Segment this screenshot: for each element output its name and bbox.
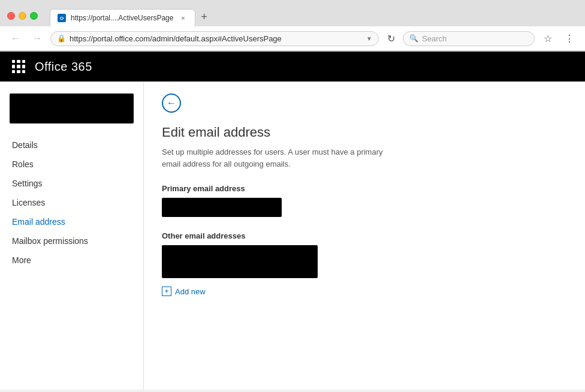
add-new-label: Add new bbox=[175, 287, 206, 296]
waffle-dot bbox=[22, 70, 25, 73]
main-content-area: Details Roles Settings Licenses Email ad… bbox=[0, 82, 585, 390]
back-button[interactable]: ← bbox=[162, 94, 181, 113]
primary-email-field bbox=[162, 198, 282, 217]
app-title: Office 365 bbox=[35, 60, 92, 74]
sidebar: Details Roles Settings Licenses Email ad… bbox=[0, 82, 144, 390]
add-new-link[interactable]: + Add new bbox=[162, 287, 206, 296]
waffle-dot bbox=[12, 65, 15, 68]
search-icon: 🔍 bbox=[409, 34, 418, 43]
bookmark-button[interactable]: ☆ bbox=[539, 30, 556, 47]
waffle-menu-button[interactable] bbox=[10, 58, 28, 76]
sidebar-item-roles[interactable]: Roles bbox=[0, 155, 143, 174]
section-title: Edit email address bbox=[162, 125, 567, 140]
active-tab[interactable]: O https://portal....ActiveUsersPage × bbox=[50, 9, 195, 26]
close-window-button[interactable] bbox=[7, 12, 15, 20]
waffle-dot bbox=[22, 60, 25, 63]
sidebar-item-details[interactable]: Details bbox=[0, 135, 143, 155]
app-wrapper: Office 365 Details Roles Settings Licens… bbox=[0, 52, 585, 390]
tab-bar: O https://portal....ActiveUsersPage × + bbox=[50, 8, 212, 26]
maximize-window-button[interactable] bbox=[30, 12, 38, 20]
url-bar[interactable]: 🔒 https://portal.office.com/admin/defaul… bbox=[50, 31, 379, 46]
waffle-dot bbox=[12, 60, 15, 63]
security-lock-icon: 🔒 bbox=[57, 34, 66, 43]
search-placeholder-text: Search bbox=[422, 34, 447, 43]
waffle-dot bbox=[17, 70, 20, 73]
forward-nav-button[interactable]: → bbox=[29, 30, 46, 47]
waffle-dot bbox=[17, 65, 20, 68]
new-tab-button[interactable]: + bbox=[195, 8, 212, 25]
page-content: ← Edit email address Set up multiple add… bbox=[144, 82, 585, 390]
sidebar-item-mailbox-permissions[interactable]: Mailbox permissions bbox=[0, 231, 143, 251]
address-bar: ← → 🔒 https://portal.office.com/admin/de… bbox=[0, 26, 585, 51]
other-emails-field bbox=[162, 245, 318, 278]
sidebar-item-settings[interactable]: Settings bbox=[0, 174, 143, 193]
other-emails-label: Other email addresses bbox=[162, 231, 567, 240]
sidebar-item-more[interactable]: More bbox=[0, 251, 143, 270]
top-nav-bar: Office 365 bbox=[0, 52, 585, 82]
minimize-window-button[interactable] bbox=[19, 12, 26, 20]
section-description: Set up multiple addresses for users. A u… bbox=[162, 146, 402, 170]
add-icon: + bbox=[162, 287, 171, 296]
waffle-dot bbox=[12, 70, 15, 73]
user-card bbox=[10, 94, 134, 123]
tab-title: https://portal....ActiveUsersPage bbox=[71, 14, 173, 22]
title-bar: O https://portal....ActiveUsersPage × + bbox=[0, 0, 585, 26]
waffle-dot bbox=[17, 60, 20, 63]
sidebar-nav: Details Roles Settings Licenses Email ad… bbox=[0, 135, 143, 270]
sidebar-item-licenses[interactable]: Licenses bbox=[0, 193, 143, 212]
sidebar-item-email-address[interactable]: Email address bbox=[0, 212, 143, 231]
url-text: https://portal.office.com/admin/default.… bbox=[70, 34, 363, 43]
extensions-button[interactable]: ⋮ bbox=[561, 30, 578, 47]
url-dropdown-icon[interactable]: ▼ bbox=[366, 35, 372, 42]
traffic-lights bbox=[7, 12, 38, 20]
primary-email-label: Primary email address bbox=[162, 184, 567, 193]
back-nav-button[interactable]: ← bbox=[7, 30, 24, 47]
browser-search-bar[interactable]: 🔍 Search bbox=[403, 31, 535, 46]
browser-chrome: O https://portal....ActiveUsersPage × + … bbox=[0, 0, 585, 52]
waffle-dot bbox=[22, 65, 25, 68]
tab-close-button[interactable]: × bbox=[178, 13, 188, 23]
reload-button[interactable]: ↻ bbox=[384, 31, 398, 46]
tab-favicon: O bbox=[58, 14, 66, 22]
